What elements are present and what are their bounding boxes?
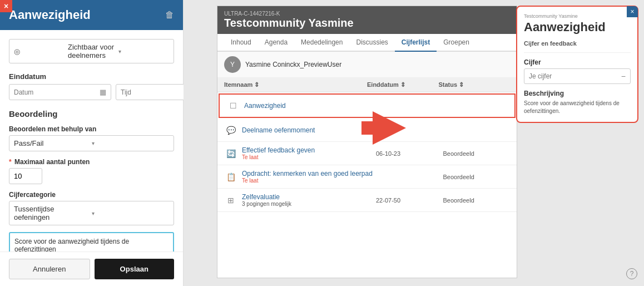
row-date: 22-07-50 bbox=[376, 197, 443, 204]
popup-grade-label: Cijfer bbox=[524, 58, 631, 66]
avatar: Y bbox=[224, 56, 241, 73]
visibility-select[interactable]: ◎ Zichtbaar voor deelnemers ▾ bbox=[9, 39, 174, 63]
category-value: Tussentijdse oefeningen bbox=[14, 205, 92, 221]
popup-description-text: Score voor de aanwezigheid tijdens de oe… bbox=[524, 100, 631, 115]
row-feedback-icon: 🔄 bbox=[224, 147, 237, 160]
row-subtext: Te laat bbox=[242, 154, 376, 160]
col-date-header: Einddatum ⇕ bbox=[367, 81, 439, 88]
row-grid-icon: ⊞ bbox=[224, 194, 237, 207]
chevron-down-icon: ▾ bbox=[118, 48, 169, 55]
category-chevron-icon: ▾ bbox=[92, 210, 170, 216]
tab-discussies[interactable]: Discussies bbox=[349, 34, 394, 52]
tab-groepen[interactable]: Groepen bbox=[437, 34, 476, 52]
assess-with-row: Beoordelen met behulp van Pass/Fail ▾ bbox=[9, 125, 174, 151]
row-status: Beoordeeld bbox=[443, 174, 511, 180]
calendar-icon: ▦ bbox=[100, 88, 106, 96]
right-arrow bbox=[373, 111, 406, 145]
row-chat-icon: 💬 bbox=[224, 124, 237, 137]
assess-with-label: Beoordelen met behulp van bbox=[9, 125, 174, 133]
popup-title: Aanwezigheid bbox=[524, 20, 631, 34]
arrow-container bbox=[373, 111, 439, 145]
table-row[interactable]: ☐ Aanwezigheid bbox=[219, 93, 516, 118]
category-label: Cijfercategorie bbox=[9, 191, 174, 199]
popup-community-label: Testcommunity Yasmine bbox=[524, 13, 631, 19]
assess-with-value: Pass/Fail bbox=[14, 139, 92, 147]
save-button[interactable]: Opslaan bbox=[95, 259, 175, 279]
course-header: ULTRA-C-14427216-K Testcommunity Yasmine bbox=[217, 6, 517, 34]
tab-agenda[interactable]: Agenda bbox=[258, 34, 294, 52]
help-icon[interactable]: ? bbox=[626, 268, 637, 279]
date-input-wrapper[interactable]: ▦ bbox=[9, 84, 111, 100]
assessment-section: Beoordeling Beoordelen met behulp van Pa… bbox=[9, 109, 174, 268]
category-select[interactable]: Tussentijdse oefeningen ▾ bbox=[9, 201, 174, 225]
date-row: ▦ ◷ bbox=[9, 84, 174, 100]
user-row: Y Yasmine Coninckx_PreviewUser bbox=[217, 52, 517, 78]
row-status: Beoordeeld bbox=[443, 197, 511, 204]
max-points-row: * Maximaal aantal punten bbox=[9, 158, 174, 184]
tab-inhoud[interactable]: Inhoud bbox=[224, 34, 258, 52]
close-icon[interactable]: × bbox=[0, 0, 12, 12]
visibility-label: Zichtbaar voor deelnemers bbox=[68, 43, 118, 60]
row-assignment-icon: 📋 bbox=[224, 170, 237, 184]
row-subtext: Te laat bbox=[242, 177, 376, 184]
end-date-section: Einddatum ▦ ◷ bbox=[9, 72, 174, 100]
tab-cijferlijst[interactable]: Cijferlijst bbox=[395, 34, 437, 52]
col-name-header: Itemnaam ⇕ bbox=[224, 81, 367, 88]
row-name: Aanwezigheid bbox=[244, 102, 376, 110]
table-header: Itemnaam ⇕ Einddatum ⇕ Status ⇕ bbox=[217, 78, 517, 92]
panel-header: × Aanwezigheid 🗑 bbox=[0, 0, 183, 30]
popup-grade-input[interactable] bbox=[529, 72, 621, 80]
max-points-label: * Maximaal aantal punten bbox=[9, 158, 174, 166]
end-date-label: Einddatum bbox=[9, 72, 174, 81]
panel-title: Aanwezigheid bbox=[9, 8, 91, 22]
visibility-row: ◎ Zichtbaar voor deelnemers ▾ bbox=[9, 39, 174, 63]
row-date: 06-10-23 bbox=[376, 150, 443, 157]
popup-description-label: Beschrijving bbox=[524, 90, 631, 97]
category-row: Cijfercategorie Tussentijdse oefeningen … bbox=[9, 191, 174, 225]
course-tabs: Inhoud Agenda Mededelingen Discussies Ci… bbox=[217, 34, 517, 52]
max-points-input[interactable] bbox=[9, 168, 42, 184]
eye-icon: ◎ bbox=[14, 47, 65, 56]
assess-with-select[interactable]: Pass/Fail ▾ bbox=[9, 135, 174, 151]
panel-body: ◎ Zichtbaar voor deelnemers ▾ Einddatum … bbox=[0, 30, 183, 283]
button-row: Annuleren Opslaan bbox=[0, 252, 183, 286]
row-subtext: 3 pogingen mogelijk bbox=[242, 201, 376, 207]
popup-grade-feedback-label: Cijfer en feedback bbox=[524, 40, 631, 47]
popup-grade-input-row[interactable]: − bbox=[524, 68, 631, 84]
right-area: ULTRA-C-14427216-K Testcommunity Yasmine… bbox=[184, 0, 644, 286]
row-checkbox-icon: ☐ bbox=[226, 99, 240, 112]
assess-chevron-icon: ▾ bbox=[92, 140, 170, 146]
trash-icon[interactable]: 🗑 bbox=[165, 10, 174, 20]
col-status-header: Status ⇕ bbox=[439, 81, 511, 88]
course-title: Testcommunity Yasmine bbox=[224, 17, 510, 29]
required-star: * bbox=[9, 158, 12, 166]
row-name: Effectief feedback geven Te laat bbox=[242, 146, 376, 160]
minus-icon[interactable]: − bbox=[621, 72, 626, 81]
left-panel: × Aanwezigheid 🗑 ◎ Zichtbaar voor deelne… bbox=[0, 0, 184, 286]
popup-panel: × Testcommunity Yasmine Aanwezigheid Cij… bbox=[516, 6, 638, 123]
row-name: Zelfevaluatie 3 pogingen mogelijk bbox=[242, 193, 376, 207]
popup-close-icon[interactable]: × bbox=[627, 6, 638, 17]
course-view: ULTRA-C-14427216-K Testcommunity Yasmine… bbox=[217, 6, 517, 278]
row-status: Beoordeeld bbox=[443, 150, 511, 157]
cancel-button[interactable]: Annuleren bbox=[9, 259, 90, 279]
tab-mededelingen[interactable]: Mededelingen bbox=[294, 34, 349, 52]
date-input[interactable] bbox=[14, 88, 97, 96]
course-id: ULTRA-C-14427216-K bbox=[224, 11, 510, 17]
table-row[interactable]: 📋 Opdracht: kenmerken van een goed leerp… bbox=[217, 165, 517, 189]
row-name: Deelname oefenmoment bbox=[242, 126, 376, 134]
assessment-title: Beoordeling bbox=[9, 109, 174, 119]
table-row[interactable]: ⊞ Zelfevaluatie 3 pogingen mogelijk 22-0… bbox=[217, 189, 517, 212]
user-name: Yasmine Coninckx_PreviewUser bbox=[245, 61, 341, 68]
row-name: Opdracht: kenmerken van een goed leerpad… bbox=[242, 170, 376, 184]
table-row[interactable]: 🔄 Effectief feedback geven Te laat 06-10… bbox=[217, 142, 517, 165]
